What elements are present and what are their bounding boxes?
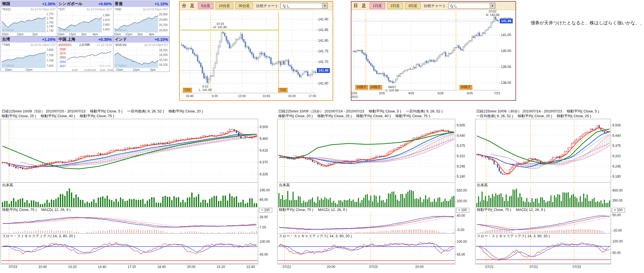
market-symbol: ^KS11 xyxy=(2,8,11,11)
market-change: +0.38% xyxy=(98,37,112,42)
market-name: インド xyxy=(115,37,127,42)
market-card-subheader: sh000001 上証指数 07-23 15:00 xyxy=(57,43,113,47)
market-symbol: sh000001 xyxy=(58,43,72,46)
minute-chart-panel: 分 足 5分足 10分足 30分足 比較チャート なし ▼ xyxy=(179,1,333,101)
minute-candle-chart[interactable] xyxy=(180,10,332,99)
market-card-header: 中国 上海 +0.38% xyxy=(57,36,113,43)
market-card-header: シンガポール +0.60% xyxy=(57,1,113,7)
volume-section-label: 出来高 xyxy=(477,183,488,188)
market-change: +1.30% xyxy=(42,2,55,6)
stoch-section-label: スロー・ストキャスティクス( 14, 3, 80, 20 ) xyxy=(477,234,550,239)
compare-chart-label: 比較チャート xyxy=(424,3,446,8)
tech-chart[interactable] xyxy=(475,119,628,271)
tech-chart[interactable] xyxy=(1,119,275,271)
market-mini-chart[interactable] xyxy=(1,11,57,36)
market-timestamp: Jul 23 03:59pm IST xyxy=(144,43,168,46)
tab-5min[interactable]: 5分足 xyxy=(198,3,213,9)
daily-candle-chart[interactable] xyxy=(351,10,514,99)
volume-section-label: 出来高 xyxy=(279,183,290,188)
daily-panel-toolbar: 日 足 1日足 2日足 3日足 比較チャート なし ▼ xyxy=(351,2,515,10)
market-card-subheader: ^TWII Jul 23 01:25pm CST xyxy=(1,43,57,47)
market-symbol: ^HSI xyxy=(115,8,121,11)
tech-panel-header: 日経225mini 10/09（30分） 2010/07/14 - 2010/0… xyxy=(476,109,599,118)
market-index-name: 上証指数 xyxy=(79,43,90,47)
market-change: +1.24% xyxy=(42,37,55,42)
market-timestamp: 07-23 15:00 xyxy=(97,43,112,46)
market-timestamp: Jul 23 03:59pm HKT xyxy=(143,8,168,11)
market-mini-chart[interactable] xyxy=(113,11,169,36)
tech-chart[interactable] xyxy=(277,119,472,271)
market-card-header: インド +0.10% xyxy=(113,36,169,43)
daily-panel-title: 日 足 xyxy=(354,3,367,8)
asia-markets-grid: 韓国 +1.30% ^KS11 Jul 23 02:05pm KST シンガポー… xyxy=(1,1,170,72)
market-card-header: 台湾 +1.24% xyxy=(1,36,57,43)
tech-title-line2: 移動平均( Close, 25 ) 移動平均( Close, 40 ) 移動平均… xyxy=(2,114,203,118)
macd-section-label: 移動平均( Close, 75 ) MACD( 12, 26, 9 ) xyxy=(477,207,545,212)
tech-title-line2: 移動平均( Close, 20 ) 移動平均( Close, 25 ) 移動平均… xyxy=(278,114,443,118)
tab-30min[interactable]: 30分足 xyxy=(235,3,253,9)
market-name: 台湾 xyxy=(2,37,10,42)
tech-title-line1: 日経225mini 10/09（30分） 2010/07/14 - 2010/0… xyxy=(476,109,599,114)
market-name: 香港 xyxy=(115,1,123,6)
market-change: +0.10% xyxy=(155,37,168,42)
tech-chart-panel-30min: 日経225mini 10/09（30分） 2010/07/14 - 2010/0… xyxy=(475,109,628,271)
tech-title-line1: 日経225mini 10/09（15分） 2010/07/14 - 2010/0… xyxy=(278,109,443,114)
chevron-down-icon[interactable]: ▼ xyxy=(322,3,327,8)
compare-chart-label: 比較チャート xyxy=(256,3,278,8)
tech-panel-header: 日経225mini 10/09（5分） 2010/07/20 - 2010/07… xyxy=(2,109,203,118)
market-name: シンガポール xyxy=(59,1,83,6)
tech-title-line1: 日経225mini 10/09（5分） 2010/07/20 - 2010/07… xyxy=(2,109,203,114)
market-card-header: 韓国 +1.30% xyxy=(1,1,57,7)
market-card-shanghai[interactable]: 中国 上海 +0.38% sh000001 上証指数 07-23 15:00 xyxy=(57,36,113,72)
market-timestamp: Jul 23 04:59pm SGT xyxy=(86,8,112,11)
market-card-subheader: ^KS11 Jul 23 02:05pm KST xyxy=(1,7,57,11)
market-card-subheader: ^HSI Jul 23 03:59pm HKT xyxy=(113,7,169,11)
market-card-singapore[interactable]: シンガポール +0.60% ^STI Jul 23 04:59pm SGT xyxy=(57,1,113,36)
stoch-section-label: スロー・ストキャスティクス( 14, 3, 80, 20 ) xyxy=(279,234,352,239)
market-card-hongkong[interactable]: 香港 +1.10% ^HSI Jul 23 03:59pm HKT xyxy=(113,1,169,36)
market-symbol: ^STI xyxy=(58,8,64,11)
market-name: 韓国 xyxy=(2,1,10,6)
tab-2day[interactable]: 2日足 xyxy=(387,3,403,9)
compare-select-value: なし xyxy=(450,3,458,8)
macd-section-label: 移動平均( Close, 75 ) MACD( 12, 26, 9 ) xyxy=(2,207,71,212)
market-timestamp: Jul 23 01:25pm CST xyxy=(30,43,56,46)
market-change: +1.10% xyxy=(155,2,168,6)
market-mini-chart[interactable] xyxy=(1,47,57,72)
market-card-india[interactable]: インド +0.10% ^BSESN Jul 23 03:59pm IST xyxy=(113,36,169,72)
tab-3day[interactable]: 3日足 xyxy=(405,3,421,9)
market-mini-chart[interactable] xyxy=(113,47,169,72)
tech-chart-panel-5min: 日経225mini 10/09（5分） 2010/07/20 - 2010/07… xyxy=(1,109,275,271)
chevron-down-icon[interactable]: ▼ xyxy=(490,3,495,8)
minute-panel-toolbar: 分 足 5分足 10分足 30分足 比較チャート なし ▼ xyxy=(180,2,333,10)
volume-section-label: 出来高 xyxy=(2,183,13,188)
market-symbol: ^BSESN xyxy=(115,43,126,46)
tech-panel-header: 日経225mini 10/09（15分） 2010/07/14 - 2010/0… xyxy=(278,109,443,118)
market-name: 中国 上海 xyxy=(59,37,75,42)
daily-chart-panel: 日 足 1日足 2日足 3日足 比較チャート なし ▼ xyxy=(351,1,516,101)
market-change: +0.60% xyxy=(98,2,112,6)
stoch-section-label: スロー・ストキャスティクス( 14, 3, 80, 20 ) xyxy=(2,234,75,239)
minute-panel-title: 分 足 xyxy=(182,3,196,8)
market-symbol: ^TWII xyxy=(2,43,10,46)
compare-select-value: なし xyxy=(283,3,290,8)
comment-text: 債券が天井つけたとなると、株はしばらく強いかな、、 xyxy=(531,20,644,26)
market-card-subheader: ^BSESN Jul 23 03:59pm IST xyxy=(113,43,169,47)
market-card-taiwan[interactable]: 台湾 +1.24% ^TWII Jul 23 01:25pm CST xyxy=(1,36,57,72)
tab-1day[interactable]: 1日足 xyxy=(370,3,385,9)
market-mini-chart[interactable] xyxy=(57,47,113,72)
market-card-subheader: ^STI Jul 23 04:59pm SGT xyxy=(57,7,113,11)
tab-10min[interactable]: 10分足 xyxy=(216,3,233,9)
compare-select[interactable]: なし ▼ xyxy=(448,3,495,9)
tech-title-line2: 一目均衡表( 9, 26, 52 ) 移動平均( Close, 20 ) 移動平… xyxy=(476,114,599,118)
tech-chart-panel-15min: 日経225mini 10/09（15分） 2010/07/14 - 2010/0… xyxy=(277,109,472,271)
compare-select[interactable]: なし ▼ xyxy=(281,3,328,9)
market-card-header: 香港 +1.10% xyxy=(113,1,169,7)
market-timestamp: Jul 23 02:05pm KST xyxy=(30,8,56,11)
market-card-korea[interactable]: 韓国 +1.30% ^KS11 Jul 23 02:05pm KST xyxy=(1,1,57,36)
macd-section-label: 移動平均( Close, 75 ) MACD( 12, 26, 9 ) xyxy=(279,207,347,212)
market-mini-chart[interactable] xyxy=(57,11,113,36)
